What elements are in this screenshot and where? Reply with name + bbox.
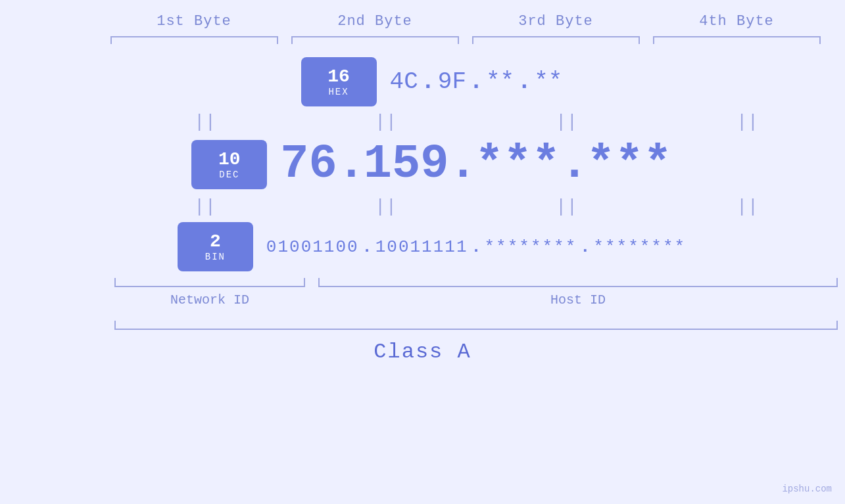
main-container: 1st Byte 2nd Byte 3rd Byte 4th Byte 16 H…	[0, 0, 845, 504]
eq1-byte3: ||	[476, 106, 657, 137]
bottom-section: Network ID Host ID	[114, 278, 838, 308]
hex-byte2: 9F	[438, 68, 466, 95]
dec-byte1: 76	[280, 137, 337, 191]
hex-dot3: .	[514, 68, 534, 95]
bracket-byte2	[291, 36, 459, 44]
eq2-byte1: ||	[114, 191, 295, 222]
dec-dot1: .	[337, 137, 364, 191]
bin-row: 2 BIN 01001100 . 10011111 . ******** . *…	[146, 222, 699, 271]
bin-byte3: ********	[485, 237, 577, 257]
header-byte4: 4th Byte	[646, 13, 827, 30]
bracket-host	[318, 278, 838, 287]
dec-values: 76 . 159 . *** . ***	[267, 137, 685, 191]
header-byte2: 2nd Byte	[285, 13, 466, 30]
dec-row: 10 DEC 76 . 159 . *** . ***	[160, 137, 685, 191]
equals-row-1: || || || ||	[114, 106, 838, 137]
hex-byte1: 4C	[390, 68, 418, 95]
hex-byte3: **	[486, 68, 514, 95]
bracket-byte1	[110, 36, 278, 44]
eq2-byte3: ||	[476, 191, 657, 222]
hex-dot2: .	[466, 68, 486, 95]
dec-base-name: DEC	[219, 170, 239, 180]
dec-byte3: ***	[475, 137, 560, 191]
hex-values: 4C . 9F . ** . **	[377, 68, 576, 95]
bin-dot2: .	[468, 237, 485, 257]
bottom-brackets	[114, 278, 838, 287]
bin-base-number: 2	[210, 231, 221, 252]
header-byte1: 1st Byte	[104, 13, 285, 30]
hex-row: 16 HEX 4C . 9F . ** . **	[270, 57, 576, 106]
hex-label-box: 16 HEX	[301, 57, 377, 106]
top-bracket-row	[104, 36, 827, 44]
bin-values: 01001100 . 10011111 . ******** . *******…	[253, 237, 699, 257]
eq2-byte2: ||	[295, 191, 476, 222]
network-id-label: Network ID	[114, 292, 305, 308]
dec-label-box: 10 DEC	[191, 140, 267, 189]
bracket-network	[114, 278, 305, 287]
bin-dot1: .	[359, 237, 375, 257]
bin-base-name: BIN	[205, 252, 226, 262]
bottom-labels: Network ID Host ID	[114, 292, 838, 308]
dec-dot2: .	[448, 137, 475, 191]
hex-base-number: 16	[327, 66, 350, 87]
watermark: ipshu.com	[782, 484, 832, 494]
outer-bracket-row	[114, 321, 838, 330]
host-id-label: Host ID	[318, 292, 838, 308]
eq1-byte4: ||	[657, 106, 838, 137]
eq1-byte2: ||	[295, 106, 476, 137]
hex-base-name: HEX	[328, 87, 349, 97]
bracket-byte3	[472, 36, 640, 44]
dec-byte2: 159	[364, 137, 449, 191]
bin-dot3: .	[577, 237, 593, 257]
header-byte3: 3rd Byte	[466, 13, 646, 30]
dec-dot3: .	[560, 137, 587, 191]
dec-byte4: ***	[587, 137, 672, 191]
eq2-byte4: ||	[657, 191, 838, 222]
bin-label-box: 2 BIN	[178, 222, 253, 271]
hex-byte4: **	[534, 68, 562, 95]
bracket-byte4	[653, 36, 821, 44]
class-label: Class A	[374, 340, 471, 364]
bin-byte2: 10011111	[375, 237, 468, 257]
bin-byte4: ********	[593, 237, 686, 257]
dec-base-number: 10	[218, 149, 241, 170]
hex-dot1: .	[418, 68, 438, 95]
equals-row-2: || || || ||	[114, 191, 838, 222]
outer-bracket	[114, 321, 838, 330]
eq1-byte1: ||	[114, 106, 295, 137]
bin-byte1: 01001100	[266, 237, 359, 257]
byte-headers: 1st Byte 2nd Byte 3rd Byte 4th Byte	[104, 13, 827, 30]
